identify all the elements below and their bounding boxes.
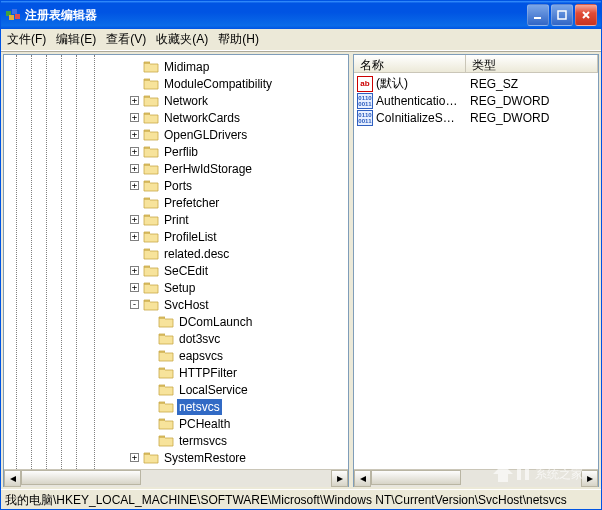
tree-node[interactable]: +Perflib	[4, 143, 348, 160]
tree-node[interactable]: eapsvcs	[4, 347, 348, 364]
expand-icon[interactable]: +	[130, 283, 139, 292]
value-row[interactable]: 0110 0011Authenticatio…REG_DWORD	[354, 92, 598, 109]
tree-label[interactable]: NetworkCards	[162, 110, 242, 126]
minimize-button[interactable]	[527, 4, 549, 26]
tree-label[interactable]: Network	[162, 93, 210, 109]
tree-node[interactable]: DComLaunch	[4, 313, 348, 330]
menu-edit[interactable]: 编辑(E)	[56, 31, 96, 48]
expand-icon[interactable]: +	[130, 164, 139, 173]
scroll-thumb[interactable]	[371, 470, 461, 485]
list-hscroll[interactable]: ◂ ▸	[354, 469, 598, 486]
list-body[interactable]: ab(默认)REG_SZ0110 0011Authenticatio…REG_D…	[354, 73, 598, 469]
expand-icon[interactable]: +	[130, 266, 139, 275]
scroll-right-button[interactable]: ▸	[581, 470, 598, 487]
no-expand	[145, 402, 154, 411]
scroll-track[interactable]	[21, 470, 331, 487]
column-name[interactable]: 名称	[354, 55, 466, 72]
expand-icon[interactable]: +	[130, 232, 139, 241]
tree-node[interactable]: termsvcs	[4, 432, 348, 449]
tree-node[interactable]: +ProfileList	[4, 228, 348, 245]
tree-label[interactable]: SystemRestore	[162, 450, 248, 466]
tree-label[interactable]: Print	[162, 212, 191, 228]
folder-icon	[158, 383, 174, 397]
tree-label[interactable]: netsvcs	[177, 399, 222, 415]
tree-node[interactable]: dot3svc	[4, 330, 348, 347]
menu-file[interactable]: 文件(F)	[7, 31, 46, 48]
tree-node[interactable]: -SvcHost	[4, 296, 348, 313]
tree-label[interactable]: eapsvcs	[177, 348, 225, 364]
tree-label[interactable]: LocalService	[177, 382, 250, 398]
tree-label[interactable]: SeCEdit	[162, 263, 210, 279]
no-expand	[130, 249, 139, 258]
menu-help[interactable]: 帮助(H)	[218, 31, 259, 48]
tree-label[interactable]: DComLaunch	[177, 314, 254, 330]
tree-node[interactable]: HTTPFilter	[4, 364, 348, 381]
tree-label[interactable]: Setup	[162, 280, 197, 296]
no-expand	[130, 79, 139, 88]
tree-node[interactable]: netsvcs	[4, 398, 348, 415]
no-expand	[145, 334, 154, 343]
tree-label[interactable]: Ports	[162, 178, 194, 194]
tree-node[interactable]: Prefetcher	[4, 194, 348, 211]
folder-icon	[143, 60, 159, 74]
maximize-button[interactable]	[551, 4, 573, 26]
tree-label[interactable]: Midimap	[162, 59, 211, 75]
expand-icon[interactable]: +	[130, 113, 139, 122]
folder-icon	[143, 213, 159, 227]
expand-icon[interactable]: +	[130, 130, 139, 139]
tree-node[interactable]: ModuleCompatibility	[4, 75, 348, 92]
scroll-thumb[interactable]	[21, 470, 141, 485]
column-type[interactable]: 类型	[466, 55, 598, 72]
tree-label[interactable]: termsvcs	[177, 433, 229, 449]
menu-view[interactable]: 查看(V)	[106, 31, 146, 48]
tree-label[interactable]: Prefetcher	[162, 195, 221, 211]
tree-node[interactable]: +SystemRestore	[4, 449, 348, 466]
expand-icon[interactable]: +	[130, 96, 139, 105]
tree-node[interactable]: Midimap	[4, 58, 348, 75]
tree-node[interactable]: +Ports	[4, 177, 348, 194]
scroll-right-button[interactable]: ▸	[331, 470, 348, 487]
tree-label[interactable]: ProfileList	[162, 229, 219, 245]
expand-icon[interactable]: +	[130, 181, 139, 190]
folder-icon	[143, 145, 159, 159]
expand-icon[interactable]: +	[130, 147, 139, 156]
tree-node[interactable]: +Setup	[4, 279, 348, 296]
close-button[interactable]	[575, 4, 597, 26]
expand-icon[interactable]: +	[130, 215, 139, 224]
value-type: REG_DWORD	[470, 111, 598, 125]
expand-icon[interactable]: +	[130, 453, 139, 462]
tree-node[interactable]: related.desc	[4, 245, 348, 262]
scroll-track[interactable]	[371, 470, 581, 487]
tree-label[interactable]: HTTPFilter	[177, 365, 239, 381]
tree-node[interactable]: PCHealth	[4, 415, 348, 432]
tree-node[interactable]: +NetworkCards	[4, 109, 348, 126]
titlebar[interactable]: 注册表编辑器	[1, 1, 601, 29]
tree-label[interactable]: dot3svc	[177, 331, 222, 347]
tree-node[interactable]: +Network	[4, 92, 348, 109]
tree-body[interactable]: MidimapModuleCompatibility+Network+Netwo…	[4, 55, 348, 469]
app-icon	[5, 7, 21, 23]
tree-node[interactable]: +Print	[4, 211, 348, 228]
tree-label[interactable]: SvcHost	[162, 297, 211, 313]
tree-label[interactable]: PerHwIdStorage	[162, 161, 254, 177]
value-row[interactable]: ab(默认)REG_SZ	[354, 75, 598, 92]
tree-label[interactable]: PCHealth	[177, 416, 232, 432]
tree-node[interactable]: +SeCEdit	[4, 262, 348, 279]
collapse-icon[interactable]: -	[130, 300, 139, 309]
tree-label[interactable]: related.desc	[162, 246, 231, 262]
value-row[interactable]: 0110 0011CoInitializeS…REG_DWORD	[354, 109, 598, 126]
scroll-left-button[interactable]: ◂	[4, 470, 21, 487]
scroll-left-button[interactable]: ◂	[354, 470, 371, 487]
tree-hscroll[interactable]: ◂ ▸	[4, 469, 348, 486]
tree-label[interactable]: OpenGLDrivers	[162, 127, 249, 143]
no-expand	[145, 436, 154, 445]
no-expand	[130, 62, 139, 71]
tree-node[interactable]: +PerHwIdStorage	[4, 160, 348, 177]
tree-node[interactable]: LocalService	[4, 381, 348, 398]
svg-rect-2	[9, 15, 14, 20]
tree-label[interactable]: Perflib	[162, 144, 200, 160]
menu-favorites[interactable]: 收藏夹(A)	[156, 31, 208, 48]
tree-node[interactable]: +OpenGLDrivers	[4, 126, 348, 143]
registry-editor-window: 注册表编辑器 文件(F) 编辑(E) 查看(V) 收藏夹(A) 帮助(H) Mi…	[0, 0, 602, 510]
tree-label[interactable]: ModuleCompatibility	[162, 76, 274, 92]
